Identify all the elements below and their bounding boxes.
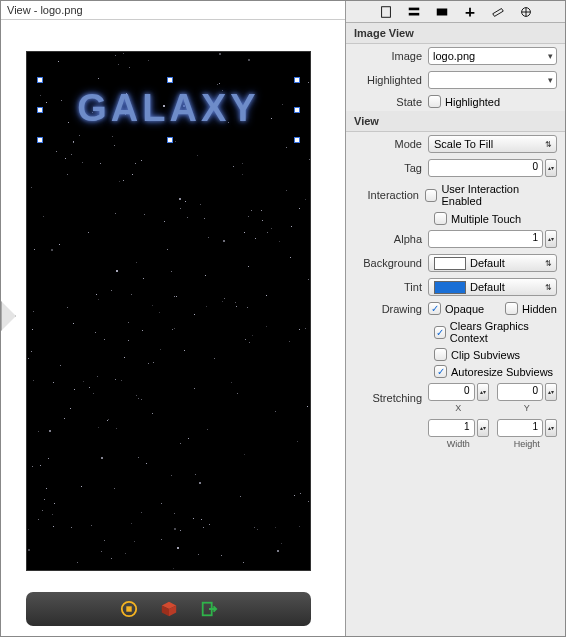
tint-popup[interactable]: Default [428, 278, 557, 296]
stretch-h-stepper[interactable]: ▴▾ [545, 419, 557, 437]
alpha-label: Alpha [354, 233, 428, 245]
autoresize-cb-label: Autoresize Subviews [451, 366, 553, 378]
state-highlighted-checkbox[interactable] [428, 95, 441, 108]
mode-value: Scale To Fill [434, 138, 493, 150]
selection-handle[interactable] [37, 77, 43, 83]
mode-label: Mode [354, 138, 428, 150]
identity-tab-icon[interactable] [435, 5, 449, 19]
stretch-w-stepper[interactable]: ▴▾ [477, 419, 489, 437]
opaque-checkbox[interactable] [428, 302, 441, 315]
canvas-area: View - logo.png // inline star generatio… [1, 1, 346, 636]
cgc-checkbox[interactable] [434, 326, 446, 339]
stretch-x-field[interactable]: 0 [428, 383, 475, 401]
image-label: Image [354, 50, 428, 62]
interaction-label: Interaction [354, 189, 425, 201]
svg-rect-9 [436, 8, 447, 15]
selection-handle[interactable] [167, 137, 173, 143]
stretch-x-stepper[interactable]: ▴▾ [477, 383, 489, 401]
tag-label: Tag [354, 162, 428, 174]
opaque-cb-label: Opaque [445, 303, 505, 315]
inspector-panel: Image View Image logo.png Highlighted St… [346, 1, 565, 636]
selection-handle[interactable] [37, 107, 43, 113]
state-label: State [354, 96, 428, 108]
mode-popup[interactable]: Scale To Fill [428, 135, 557, 153]
cgc-cb-label: Clears Graphics Context [450, 320, 557, 344]
stretching-label: Stretching [354, 392, 428, 404]
connections-tab-icon[interactable] [519, 5, 533, 19]
state-highlighted-cb-label: Highlighted [445, 96, 500, 108]
quickhelp-tab-icon[interactable] [407, 5, 421, 19]
svg-rect-8 [408, 12, 419, 15]
canvas-title: View - logo.png [1, 1, 345, 20]
selection-handle[interactable] [294, 107, 300, 113]
stretch-h-field[interactable]: 1 [497, 419, 544, 437]
inspector-tabbar [346, 1, 565, 23]
stretch-y-field[interactable]: 0 [497, 383, 544, 401]
tag-field[interactable]: 0 [428, 159, 543, 177]
stretch-w-label: Width [447, 439, 470, 449]
selection-handle[interactable] [294, 77, 300, 83]
size-tab-icon[interactable] [491, 5, 505, 19]
autoresize-checkbox[interactable] [434, 365, 447, 378]
highlighted-dropdown[interactable] [428, 71, 557, 89]
uie-cb-label: User Interaction Enabled [441, 183, 557, 207]
background-popup[interactable]: Default [428, 254, 557, 272]
view-section-header: View [346, 111, 565, 132]
stretch-y-label: Y [524, 403, 530, 413]
tag-stepper[interactable]: ▴▾ [545, 159, 557, 177]
background-value: Default [470, 257, 505, 269]
svg-rect-6 [381, 6, 390, 17]
imageview-section-header: Image View [346, 23, 565, 44]
background-label: Background [354, 257, 428, 269]
tint-value: Default [470, 281, 505, 293]
alpha-stepper[interactable]: ▴▾ [545, 230, 557, 248]
svg-rect-1 [126, 606, 131, 611]
galaxy-logo-text: GALAXY [27, 87, 310, 130]
tint-colorwell[interactable] [434, 281, 466, 294]
hidden-cb-label: Hidden [522, 303, 557, 315]
device-frame[interactable]: // inline star generation placeholder do… [26, 51, 311, 571]
stretch-h-label: Height [514, 439, 540, 449]
hidden-checkbox[interactable] [505, 302, 518, 315]
tint-label: Tint [354, 281, 428, 293]
clip-cb-label: Clip Subviews [451, 349, 520, 361]
highlighted-label: Highlighted [354, 74, 428, 86]
multipletouch-checkbox[interactable] [434, 212, 447, 225]
canvas-toolbar [26, 592, 311, 626]
stretch-w-field[interactable]: 1 [428, 419, 475, 437]
drawing-label: Drawing [354, 303, 428, 315]
stop-icon[interactable] [120, 600, 138, 618]
cube-icon[interactable] [160, 600, 178, 618]
selection-handle[interactable] [294, 137, 300, 143]
uie-checkbox[interactable] [425, 189, 438, 202]
clip-checkbox[interactable] [434, 348, 447, 361]
exit-icon[interactable] [200, 600, 218, 618]
selection-handle[interactable] [167, 77, 173, 83]
background-colorwell[interactable] [434, 257, 466, 270]
stretch-x-label: X [455, 403, 461, 413]
svg-rect-7 [408, 7, 419, 10]
multipletouch-cb-label: Multiple Touch [451, 213, 521, 225]
selection-handle[interactable] [37, 137, 43, 143]
image-dropdown[interactable]: logo.png [428, 47, 557, 65]
stretch-y-stepper[interactable]: ▴▾ [545, 383, 557, 401]
image-value: logo.png [433, 50, 475, 62]
attributes-tab-icon[interactable] [463, 5, 477, 19]
alpha-field[interactable]: 1 [428, 230, 543, 248]
file-tab-icon[interactable] [379, 5, 393, 19]
edge-expand-tab[interactable] [1, 301, 16, 331]
